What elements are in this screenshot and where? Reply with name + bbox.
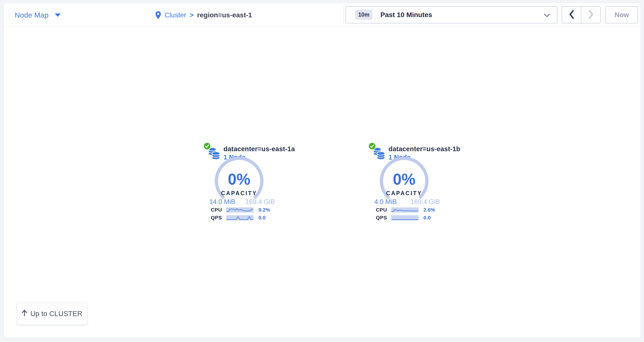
stat-value: 9.2% — [258, 207, 270, 213]
capacity-used: 4.0 MiB — [374, 198, 397, 206]
chevron-down-icon — [544, 13, 550, 18]
node-map-panel: Node Map Cluster > region=us-east-1 10m … — [4, 3, 640, 338]
stat-row: CPU 9.2% — [198, 207, 281, 213]
stat-rows: CPU 9.2% QPS 0.0 — [198, 207, 281, 223]
capacity-total: 169.4 GiB — [246, 198, 275, 206]
breadcrumb: Cluster > region=us-east-1 — [155, 3, 252, 27]
map-pin-icon — [155, 11, 161, 19]
stat-value: 0.0 — [424, 215, 430, 221]
stat-row: CPU 2.6% — [362, 207, 446, 213]
datacenter-title: datacenter=us-east-1b — [388, 145, 460, 153]
caret-down-icon — [55, 13, 61, 17]
view-mode-label: Node Map — [15, 11, 48, 19]
stat-label: QPS — [198, 215, 222, 221]
stat-label: CPU — [362, 207, 387, 213]
breadcrumb-separator: > — [190, 11, 194, 19]
time-pager — [562, 6, 601, 23]
stat-row: QPS 0.0 — [198, 215, 281, 220]
capacity-labels: 4.0 MiB 169.4 GiB — [374, 198, 440, 206]
stat-row: QPS 0.0 — [362, 215, 446, 220]
datacenter-title: datacenter=us-east-1a — [224, 145, 295, 153]
arrow-up-icon — [22, 309, 28, 318]
time-range-badge: 10m — [355, 10, 372, 20]
stat-label: CPU — [198, 207, 222, 213]
now-button-label: Now — [614, 11, 629, 19]
capacity-caption: CAPACITY — [362, 190, 446, 197]
status-check-icon — [203, 142, 211, 151]
page-header: Node Map Cluster > region=us-east-1 10m … — [4, 3, 640, 27]
breadcrumb-cluster-link[interactable]: Cluster — [164, 11, 186, 19]
status-check-icon — [368, 142, 376, 151]
header-divider — [344, 7, 344, 23]
prev-time-button[interactable] — [562, 6, 582, 23]
stat-sparkline — [391, 207, 418, 213]
stat-sparkline — [391, 215, 418, 220]
up-to-cluster-label: Up to CLUSTER — [30, 310, 82, 318]
capacity-total: 169.4 GiB — [410, 198, 440, 206]
stat-label: QPS — [362, 215, 387, 221]
next-time-button[interactable] — [582, 6, 600, 23]
chevron-left-icon — [569, 10, 574, 20]
stat-value: 0.0 — [258, 215, 266, 221]
capacity-percent: 0% — [198, 170, 281, 188]
now-button[interactable]: Now — [605, 6, 638, 23]
datacenter-group[interactable]: datacenter=us-east-1a 1 Node 0% CAPACITY… — [198, 143, 281, 227]
time-range-label: Past 10 Minutes — [380, 11, 432, 19]
capacity-caption: CAPACITY — [198, 190, 281, 197]
stat-sparkline — [226, 207, 254, 213]
datacenter-group[interactable]: datacenter=us-east-1b 1 Node 0% CAPACITY… — [362, 143, 446, 227]
up-to-cluster-button[interactable]: Up to CLUSTER — [17, 303, 87, 325]
capacity-used: 14.0 MiB — [209, 198, 236, 206]
capacity-labels: 14.0 MiB 169.4 GiB — [209, 198, 275, 206]
stat-value: 2.6% — [424, 207, 435, 213]
view-mode-dropdown[interactable]: Node Map — [15, 3, 61, 27]
breadcrumb-current: region=us-east-1 — [197, 11, 252, 19]
time-range-select[interactable]: 10m Past 10 Minutes — [346, 6, 558, 23]
stat-sparkline — [226, 215, 254, 220]
stat-rows: CPU 2.6% QPS 0.0 — [362, 207, 446, 223]
node-map-canvas: datacenter=us-east-1a 1 Node 0% CAPACITY… — [4, 27, 640, 338]
capacity-percent: 0% — [362, 170, 446, 188]
chevron-right-icon — [588, 10, 594, 20]
